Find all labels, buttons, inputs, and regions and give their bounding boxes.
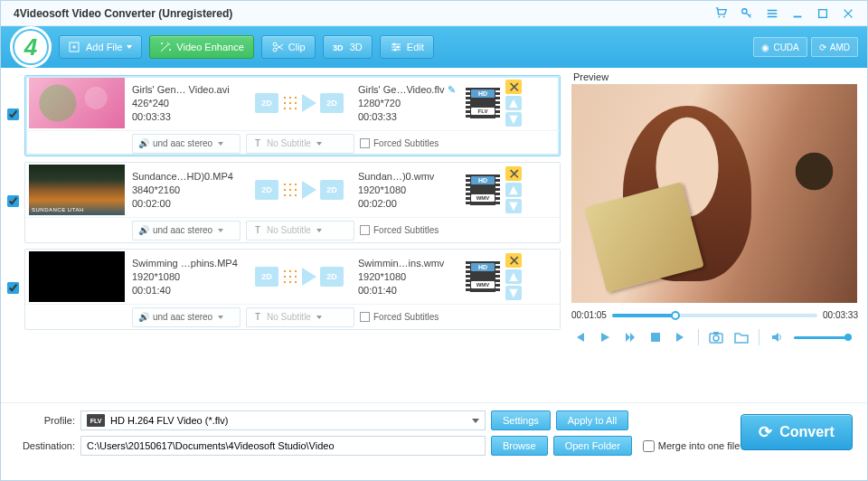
chevron-down-icon	[127, 45, 132, 49]
chevron-down-icon	[472, 419, 479, 423]
speaker-icon: 🔊	[138, 225, 149, 236]
volume-slider[interactable]	[794, 336, 848, 339]
scissors-icon	[271, 41, 284, 53]
source-info: Sundance…HD)0.MP43840*216000:02:00	[132, 170, 241, 211]
next-button[interactable]	[673, 329, 689, 345]
preview-label: Preview	[573, 71, 858, 82]
forced-subtitles-checkbox[interactable]: Forced Subtitles	[360, 312, 439, 322]
toolbar: 4 Add File Video Enhance Clip 3D 3D Edit…	[1, 26, 867, 68]
forced-subtitles-checkbox[interactable]: Forced Subtitles	[360, 138, 439, 148]
add-file-label: Add File	[86, 42, 122, 52]
seek-slider[interactable]	[612, 314, 817, 317]
move-down-button[interactable]: ▼	[505, 199, 522, 213]
svg-text:3D: 3D	[333, 43, 344, 52]
conversion-graphic: 2D2D	[241, 93, 358, 113]
reorder-controls: ✕▲▼	[505, 253, 522, 300]
fast-forward-button[interactable]	[622, 329, 638, 345]
svg-rect-13	[651, 333, 660, 342]
close-icon[interactable]	[838, 4, 858, 24]
svg-point-5	[161, 42, 163, 44]
list-item[interactable]: Swimming …phins.MP41920*108000:01:402D2D…	[24, 249, 561, 330]
add-file-button[interactable]: Add File	[59, 35, 142, 59]
time-total: 00:03:33	[823, 310, 858, 320]
subtitle-dropdown[interactable]: TNo Subtitle	[246, 307, 354, 327]
source-info: Girls' Gen… Video.avi426*24000:03:33	[132, 83, 241, 124]
audio-track-dropdown[interactable]: 🔊und aac stereo	[132, 307, 241, 327]
list-item[interactable]: Sundance…HD)0.MP43840*216000:02:002D2DSu…	[24, 162, 561, 243]
preview-video[interactable]	[571, 84, 857, 303]
thumbnail[interactable]	[29, 78, 125, 128]
list-item[interactable]: Girls' Gen… Video.avi426*24000:03:332D2D…	[24, 75, 561, 156]
format-badge[interactable]: HDWMV	[466, 174, 500, 205]
merge-checkbox[interactable]: Merge into one file	[643, 440, 741, 452]
remove-item-button[interactable]: ✕	[505, 253, 522, 268]
time-row: 00:01:05 00:03:33	[571, 310, 858, 320]
subtitle-dropdown[interactable]: TNo Subtitle	[246, 134, 354, 154]
clip-label: Clip	[288, 42, 306, 52]
clip-button[interactable]: Clip	[261, 35, 316, 59]
destination-field[interactable]: C:\Users\20150617\Documents\4Videosoft S…	[80, 436, 486, 456]
move-down-button[interactable]: ▼	[505, 286, 522, 300]
3d-icon: 3D	[333, 41, 345, 53]
settings-button[interactable]: Settings	[491, 410, 551, 430]
item-checkbox[interactable]	[7, 108, 19, 124]
snapshot-button[interactable]	[708, 329, 724, 345]
item-checkbox[interactable]	[7, 194, 19, 211]
nvidia-icon: ◉	[761, 42, 769, 52]
format-badge[interactable]: HDWMV	[466, 261, 500, 292]
item-checkbox[interactable]	[7, 281, 19, 297]
move-up-button[interactable]: ▲	[505, 96, 522, 110]
arrow-icon	[302, 181, 316, 199]
video-enhance-button[interactable]: Video Enhance	[149, 35, 253, 59]
prev-button[interactable]	[571, 329, 588, 345]
preview-pane: Preview 00:01:05 00:03:33	[568, 68, 867, 402]
maximize-icon[interactable]	[813, 4, 833, 24]
target-info: Girls' Ge…Video.flv✎1280*72000:03:33	[358, 83, 462, 124]
conversion-graphic: 2D2D	[241, 180, 358, 200]
svg-point-1	[723, 15, 725, 17]
volume-icon[interactable]	[769, 329, 785, 345]
thumbnail[interactable]	[29, 165, 125, 215]
menu-icon[interactable]	[762, 4, 782, 24]
audio-track-dropdown[interactable]: 🔊und aac stereo	[132, 221, 241, 240]
play-button[interactable]	[597, 329, 613, 345]
cuda-button[interactable]: ◉CUDA	[753, 37, 807, 57]
play-controls	[571, 329, 858, 345]
apply-to-all-button[interactable]: Apply to All	[556, 410, 628, 430]
cart-icon[interactable]	[712, 4, 731, 24]
move-up-button[interactable]: ▲	[505, 183, 522, 197]
profile-label: Profile:	[12, 415, 75, 426]
move-down-button[interactable]: ▼	[505, 112, 522, 127]
key-icon[interactable]	[737, 4, 757, 24]
thumbnail[interactable]	[29, 251, 125, 302]
audio-track-dropdown[interactable]: 🔊und aac stereo	[132, 134, 241, 154]
video-enhance-label: Video Enhance	[176, 42, 243, 52]
sliders-icon	[390, 41, 402, 53]
arrow-icon	[302, 94, 316, 112]
3d-button[interactable]: 3D 3D	[323, 35, 373, 59]
browse-button[interactable]: Browse	[491, 436, 548, 456]
edit-name-icon[interactable]: ✎	[448, 84, 456, 95]
svg-rect-3	[819, 9, 827, 17]
forced-subtitles-checkbox[interactable]: Forced Subtitles	[360, 225, 439, 235]
profile-dropdown[interactable]: FLV HD H.264 FLV Video (*.flv)	[80, 410, 486, 430]
dots-icon	[282, 182, 298, 198]
edit-button[interactable]: Edit	[380, 35, 434, 59]
subtitle-icon: T	[252, 312, 263, 323]
format-badge[interactable]: HDFLV	[466, 88, 500, 118]
amd-button[interactable]: ⟳AMD	[811, 37, 858, 57]
open-snapshot-folder-button[interactable]	[733, 329, 750, 345]
subtitle-dropdown[interactable]: TNo Subtitle	[246, 221, 354, 240]
minimize-icon[interactable]	[788, 4, 807, 24]
remove-item-button[interactable]: ✕	[505, 166, 522, 181]
move-up-button[interactable]: ▲	[505, 269, 522, 284]
svg-point-7	[273, 42, 277, 46]
convert-button[interactable]: Convert	[741, 414, 853, 450]
stop-button[interactable]	[647, 329, 664, 345]
svg-point-8	[273, 48, 277, 52]
target-info: Swimmin…ins.wmv1920*108000:01:40	[358, 257, 462, 297]
remove-item-button[interactable]: ✕	[505, 80, 522, 94]
dots-icon	[282, 95, 298, 111]
svg-point-11	[396, 46, 399, 49]
open-folder-button[interactable]: Open Folder	[553, 436, 632, 456]
